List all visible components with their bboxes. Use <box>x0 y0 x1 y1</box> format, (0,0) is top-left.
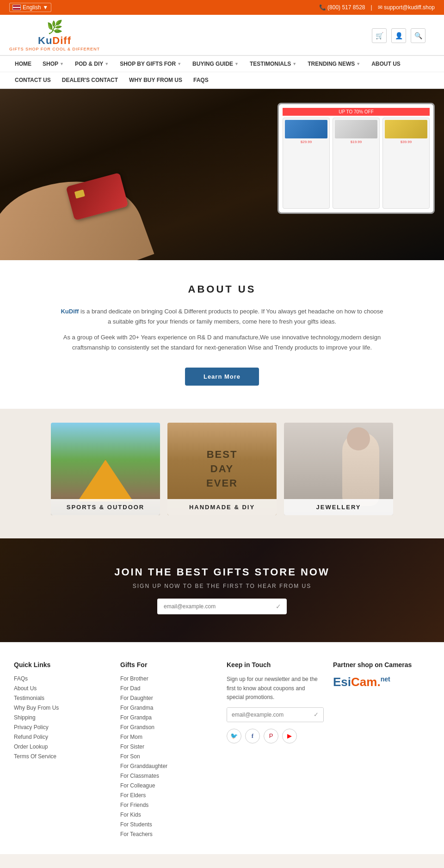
about-para2: As a group of Geek with 20+ Years experi… <box>60 332 384 353</box>
footer: Quick Links FAQs About Us Testimonials W… <box>0 642 444 854</box>
nav-shop-by-gifts[interactable]: SHOP BY GIFTS FOR▼ <box>114 56 187 72</box>
link-faqs[interactable]: FAQs <box>14 675 28 682</box>
phone-link[interactable]: 📞 (800) 517 8528 <box>319 4 365 11</box>
esicam-dot: . <box>377 675 380 689</box>
twitter-icon[interactable]: 🐦 <box>227 729 241 743</box>
link-refund[interactable]: Refund Policy <box>14 734 48 740</box>
gift-mom[interactable]: For Mom <box>120 734 142 740</box>
link-shipping[interactable]: Shipping <box>14 714 36 721</box>
learn-more-button[interactable]: Learn More <box>185 368 259 386</box>
cart-button[interactable]: 🛒 <box>372 28 387 43</box>
about-para1: KuDiff is a brand dedicate on bringing C… <box>60 306 384 327</box>
esicam-logo[interactable]: EsiCam.net <box>333 675 430 689</box>
language-selector[interactable]: English ▼ <box>9 3 51 12</box>
facebook-icon[interactable]: f <box>245 729 260 743</box>
newsletter-heading: JOIN THE BEST GIFTS STORE NOW <box>9 566 435 578</box>
link-about[interactable]: About Us <box>14 685 37 692</box>
footer-keep-in-touch: Keep in Touch Sign up for our newsletter… <box>227 661 324 840</box>
keep-in-touch-heading: Keep in Touch <box>227 661 324 668</box>
pinterest-icon[interactable]: P <box>264 729 278 743</box>
about-section: ABOUT US KuDiff is a brand dedicate on b… <box>0 260 444 409</box>
lang-label: English <box>23 4 41 11</box>
nav-home[interactable]: HOME <box>9 56 37 72</box>
header: 🌿 KuDiff GIFTS SHOP FOR COOL & DIFFERENT… <box>0 15 444 56</box>
nav-dealer[interactable]: DEALER'S CONTACT <box>56 72 123 88</box>
gift-son[interactable]: For Son <box>120 753 140 760</box>
about-para1-text: is a brand dedicate on bringing Cool & D… <box>79 308 383 325</box>
nav-pod-diy[interactable]: POD & DIY▼ <box>69 56 114 72</box>
gift-grandson[interactable]: For Grandson <box>120 724 154 731</box>
nav-why-buy[interactable]: WHY BUY FROM US <box>123 72 188 88</box>
gift-dad[interactable]: For Dad <box>120 685 140 692</box>
nav-shop[interactable]: SHOP▼ <box>37 56 69 72</box>
link-why-buy[interactable]: Why Buy From Us <box>14 705 59 711</box>
nav-faqs[interactable]: FAQS <box>188 72 214 88</box>
search-button[interactable]: 🔍 <box>411 28 426 43</box>
footer-partner: Partner shop on Cameras EsiCam.net <box>333 661 430 840</box>
separator: | <box>371 4 372 11</box>
newsletter-form: ✓ <box>157 599 287 614</box>
gift-daughter[interactable]: For Daughter <box>120 695 153 701</box>
top-bar: English ▼ 📞 (800) 517 8528 | ✉ support@k… <box>0 0 444 15</box>
social-icons: 🐦 f P ▶ <box>227 729 324 743</box>
list-item: Terms Of Service <box>14 753 111 760</box>
gift-students[interactable]: For Students <box>120 821 152 828</box>
nav-testimonials[interactable]: TESTIMONIALS▼ <box>244 56 302 72</box>
gift-teachers[interactable]: For Teachers <box>120 831 153 837</box>
email-link[interactable]: ✉ support@kudiff.shop <box>378 4 435 11</box>
gifts-for-list: For Brother For Dad For Daughter For Gra… <box>120 675 217 837</box>
category-outdoor[interactable]: SPORTS & OUTDOOR <box>51 423 160 515</box>
nav-contact[interactable]: CONTACT US <box>9 72 56 88</box>
link-order[interactable]: Order Lookup <box>14 743 48 750</box>
gift-granddaughter[interactable]: For Granddaughter <box>120 763 167 769</box>
newsletter-email-input[interactable] <box>157 599 270 614</box>
laptop-products: $29.99 $19.99 $39.99 <box>283 118 430 209</box>
youtube-icon[interactable]: ▶ <box>282 729 297 743</box>
gift-grandpa[interactable]: For Grandpa <box>120 714 152 721</box>
list-item: FAQs <box>14 675 111 682</box>
list-item: Privacy Policy <box>14 724 111 731</box>
link-privacy[interactable]: Privacy Policy <box>14 724 49 731</box>
header-icons: 🛒 👤 🔍 <box>363 25 435 47</box>
list-item: For Grandson <box>120 724 217 731</box>
laptop-product-3: $39.99 <box>382 118 430 209</box>
quick-links-heading: Quick Links <box>14 661 111 668</box>
category-jewellery[interactable]: JEWELLERY <box>284 423 393 515</box>
list-item: About Us <box>14 685 111 692</box>
diy-label: HANDMADE & DIY <box>167 499 277 515</box>
gift-grandma[interactable]: For Grandma <box>120 705 153 711</box>
newsletter-submit-button[interactable]: ✓ <box>270 599 287 614</box>
logo[interactable]: 🌿 KuDiff GIFTS SHOP FOR COOL & DIFFERENT <box>9 19 100 51</box>
gift-brother[interactable]: For Brother <box>120 675 148 682</box>
esicam-esi: Esi <box>333 675 351 689</box>
email-address: support@kudiff.shop <box>384 4 435 11</box>
category-diy[interactable]: BESTDAYEVER HANDMADE & DIY <box>167 423 277 515</box>
gift-colleague[interactable]: For Colleague <box>120 782 155 789</box>
list-item: Shipping <box>14 714 111 721</box>
list-item: For Dad <box>120 685 217 692</box>
gifts-arrow: ▼ <box>177 62 181 66</box>
list-item: For Students <box>120 821 217 828</box>
link-tos[interactable]: Terms Of Service <box>14 753 56 760</box>
email-icon: ✉ <box>378 4 384 11</box>
account-button[interactable]: 👤 <box>391 28 406 43</box>
gift-classmates[interactable]: For Classmates <box>120 773 159 779</box>
footer-email-input[interactable] <box>227 708 309 722</box>
gift-elders[interactable]: For Elders <box>120 792 146 799</box>
list-item: For Teachers <box>120 831 217 837</box>
gift-kids[interactable]: For Kids <box>120 812 141 818</box>
laptop-product-2: $19.99 <box>333 118 380 209</box>
footer-email-submit[interactable]: ✓ <box>309 708 323 722</box>
gift-friends[interactable]: For Friends <box>120 802 148 808</box>
link-testimonials[interactable]: Testimonials <box>14 695 44 701</box>
product-img-3 <box>385 120 427 138</box>
list-item: For Mom <box>120 733 217 740</box>
newsletter-content: JOIN THE BEST GIFTS STORE NOW SIGN UP NO… <box>9 566 435 614</box>
nav-buying-guide[interactable]: BUYING GUIDE▼ <box>187 56 244 72</box>
footer-quick-links: Quick Links FAQs About Us Testimonials W… <box>14 661 111 840</box>
nav-about[interactable]: ABOUT US <box>366 56 406 72</box>
gift-sister[interactable]: For Sister <box>120 743 144 750</box>
gifts-for-heading: Gifts For <box>120 661 217 668</box>
logo-tagline: GIFTS SHOP FOR COOL & DIFFERENT <box>9 47 100 51</box>
nav-trending[interactable]: TRENDING NEWS▼ <box>302 56 366 72</box>
